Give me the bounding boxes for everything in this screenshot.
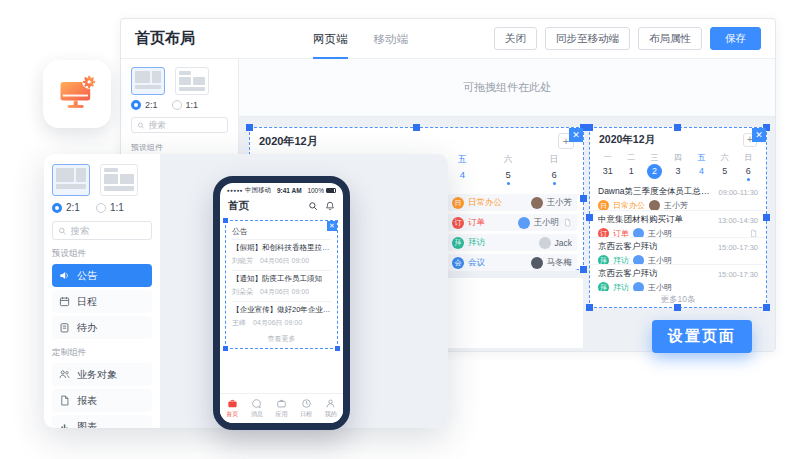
dropzone[interactable]: 可拖拽组件在此处 — [239, 59, 775, 117]
tab-mobile[interactable]: 移动端 — [374, 19, 409, 59]
author: 王峰 — [232, 318, 246, 328]
battery-icon — [326, 188, 336, 193]
announcement-widget[interactable]: ✕ 公告 【假期】和创科技香格里拉大酒店3层奥 刘晓芳04月06日 09:00 … — [225, 220, 338, 349]
month-calendar-widget[interactable]: ✕ 2020年12月 + 一 二 三 四 五 六 日 31 1 2 3 4 5 — [589, 127, 767, 308]
panel-item-todo[interactable]: 待办 — [52, 316, 152, 339]
search-icon — [58, 226, 67, 236]
view-tabs: 网页端 移动端 — [313, 19, 408, 59]
panel-item-reports[interactable]: 报表 — [52, 389, 152, 412]
briefcase-icon — [276, 398, 287, 409]
phone-tab-schedule[interactable]: 日程 — [294, 394, 319, 423]
panel-item-schedule[interactable]: 日程 — [52, 290, 152, 313]
phone-tab-apps[interactable]: 应用 — [269, 394, 294, 423]
view-more-link[interactable]: 查看更多 — [232, 332, 331, 345]
layout-thumb-2-1[interactable] — [131, 67, 165, 95]
date-cell[interactable]: 3 — [666, 163, 689, 181]
date-cell[interactable]: 4 — [690, 163, 713, 181]
sync-mobile-button[interactable]: 同步至移动端 — [545, 27, 630, 50]
save-button[interactable]: 保存 — [710, 27, 761, 50]
radio-1-1[interactable]: 1:1 — [96, 202, 124, 213]
event-row[interactable]: 中意集团材料购买订单13:00-14:30 订订单王小明 — [590, 210, 766, 237]
event-chip[interactable]: 会会议 马冬梅 — [447, 254, 577, 271]
speaker-icon — [59, 270, 70, 281]
dropzone-hint: 可拖拽组件在此处 — [463, 80, 551, 95]
people-icon — [59, 369, 70, 380]
layout-thumb-1-1[interactable] — [100, 164, 138, 196]
event-list: Dawna第三季度全体员工总结会09:00-11:30 日日常办公王小芳 中意集… — [590, 183, 766, 306]
radio-dot — [172, 100, 182, 110]
event-row[interactable]: 京西云客户拜访15:00-17:30 拜拜访王小明 — [590, 237, 766, 264]
radio-2-1[interactable]: 2:1 — [52, 202, 80, 213]
avatar — [633, 255, 644, 264]
custom-section-label: 定制组件 — [52, 347, 152, 359]
radio-dot — [96, 203, 106, 213]
event-chip[interactable]: 订订单 王小明 — [447, 214, 577, 231]
phone-tab-me[interactable]: 我的 — [318, 394, 343, 423]
event-chip[interactable]: 日日常办公 王小芳 — [447, 194, 577, 211]
avatar — [518, 217, 530, 229]
battery-label: 100% — [307, 187, 324, 194]
search-input[interactable] — [71, 225, 146, 236]
close-icon[interactable]: ✕ — [752, 128, 766, 142]
radio-2-1[interactable]: 2:1 — [131, 100, 158, 110]
close-icon[interactable]: ✕ — [569, 128, 583, 142]
calendar-month: 2020年12月 — [259, 134, 318, 149]
window-header: 首页布局 网页端 移动端 关闭 同步至移动端 布局属性 保存 — [121, 19, 775, 59]
date-cell[interactable]: 1 — [619, 163, 642, 181]
clock-label: 9:41 AM — [277, 187, 302, 194]
bell-icon[interactable] — [325, 201, 335, 211]
date-cell[interactable]: 31 — [596, 163, 619, 181]
announcement-item[interactable]: 【通知】防疫工作员工须知 刘朵朵04月06日 09:00 — [232, 270, 331, 301]
search-input[interactable] — [149, 120, 222, 130]
layout-thumb-2-1[interactable] — [52, 164, 90, 196]
page-title: 首页布局 — [135, 29, 195, 48]
chart-icon — [59, 421, 70, 428]
phone-page-title: 首页 — [228, 199, 249, 213]
weekday-row: 一 二 三 四 五 六 日 — [590, 149, 766, 163]
avatar — [531, 197, 543, 209]
avatar — [633, 228, 644, 237]
event-row[interactable]: Dawna第三季度全体员工总结会09:00-11:30 日日常办公王小芳 — [590, 183, 766, 210]
date-cell[interactable]: 5 — [713, 163, 736, 181]
monitor-gear-icon — [55, 72, 99, 116]
phone-tab-messages[interactable]: 消息 — [245, 394, 270, 423]
phone-tab-bar: 首页 消息 应用 日程 我的 — [220, 393, 343, 423]
date-cell[interactable]: 5 — [485, 166, 531, 185]
layout-thumbnails — [52, 164, 152, 196]
document-icon — [749, 229, 758, 237]
app-icon[interactable] — [43, 60, 111, 128]
event-chip-list: 日日常办公 王小芳 订订单 王小明 拜拜访 Jack 会会议 马冬梅 — [447, 194, 577, 274]
date-cell[interactable]: 6 — [737, 163, 760, 181]
event-chip[interactable]: 拜拜访 Jack — [447, 234, 577, 251]
panel-item-business-objects[interactable]: 业务对象 — [52, 363, 152, 386]
layout-radios: 2:1 1:1 — [52, 202, 152, 213]
close-icon[interactable]: ✕ — [327, 221, 337, 231]
close-button[interactable]: 关闭 — [494, 27, 537, 50]
panel-item-announcement[interactable]: 公告 — [52, 264, 152, 287]
layout-thumb-1-1[interactable] — [175, 67, 209, 95]
search-icon — [137, 121, 145, 130]
search-icon[interactable] — [308, 201, 318, 211]
setup-page-button[interactable]: 设置页面 — [652, 320, 752, 353]
preset-section-label: 预设组件 — [131, 142, 228, 153]
component-search[interactable] — [52, 221, 152, 240]
announcement-item[interactable]: 【假期】和创科技香格里拉大酒店3层奥 刘晓芳04月06日 09:00 — [232, 239, 331, 270]
tab-web[interactable]: 网页端 — [313, 19, 348, 59]
event-row[interactable]: 京西云客户拜访15:00-17:30 拜拜访王小明 — [590, 264, 766, 291]
date-cell[interactable]: 6 — [531, 166, 577, 185]
author: 刘晓芳 — [232, 256, 253, 266]
date-cell-selected[interactable]: 2 — [643, 163, 666, 181]
signal-icon: ●●●●● — [227, 188, 243, 193]
panel-item-charts[interactable]: 图表 — [52, 415, 152, 428]
avatar — [633, 282, 644, 291]
phone-status-bar: ●●●●●中国移动 9:41 AM 100% — [220, 183, 343, 196]
person-icon — [325, 398, 336, 409]
component-search[interactable] — [131, 117, 228, 133]
layout-props-button[interactable]: 布局属性 — [638, 27, 702, 50]
report-icon — [59, 395, 70, 406]
chat-icon — [251, 398, 262, 409]
header-actions: 关闭 同步至移动端 布局属性 保存 — [494, 27, 761, 50]
radio-1-1[interactable]: 1:1 — [172, 100, 199, 110]
phone-tab-home[interactable]: 首页 — [220, 394, 245, 423]
announcement-item[interactable]: 【企业宣传】做好20年企业宣传计划报告会 王峰04月06日 09:00 — [232, 301, 331, 332]
